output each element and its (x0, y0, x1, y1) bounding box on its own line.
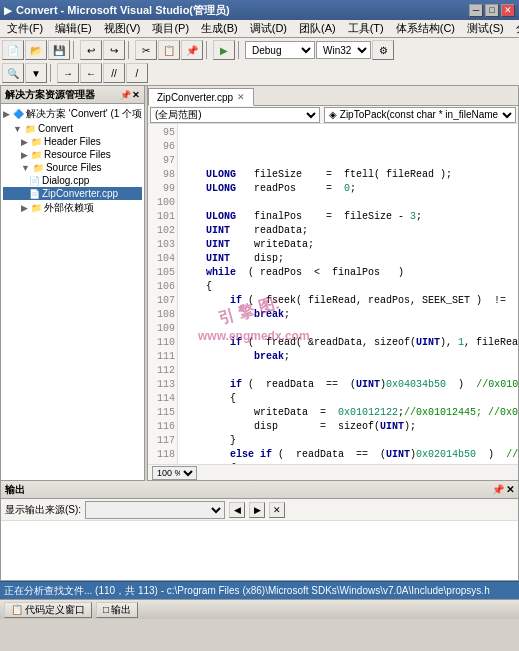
zip-converter-cpp-label: ZipConverter.cpp (42, 188, 118, 199)
dialog-cpp-label: Dialog.cpp (42, 175, 89, 186)
panel-title-buttons: 📌 ✕ (120, 90, 140, 100)
watermark2: www.engmedx.com (198, 329, 310, 343)
minimize-button[interactable]: ─ (469, 4, 483, 17)
tb-uncomment[interactable]: / (126, 63, 148, 83)
header-files-label: Header Files (44, 136, 101, 147)
scope-left-combo[interactable]: (全局范围) (150, 107, 320, 123)
tb-comment[interactable]: // (103, 63, 125, 83)
tb-save[interactable]: 💾 (48, 40, 70, 60)
zoom-combo[interactable]: 100 % (152, 466, 197, 480)
status-bar: 正在分析查找文件... (110，共 113) - c:\Program Fil… (0, 581, 519, 599)
output-content (1, 521, 518, 580)
output-tb-btn2[interactable]: ▶ (249, 502, 265, 518)
output-header-buttons: 📌 ✕ (492, 484, 514, 495)
taskbar-code-def-icon: 📋 (11, 604, 23, 615)
taskbar-output-icon: □ (103, 604, 109, 615)
toolbar-area: 📄 📂 💾 ↩ ↪ ✂ 📋 📌 ▶ Debug Win32 ⚙ 🔍 ▼ → ← … (0, 38, 519, 86)
tb-cut[interactable]: ✂ (135, 40, 157, 60)
taskbar-output-label: 输出 (111, 603, 131, 617)
scope-right-combo[interactable]: ◈ ZipToPack(const char * in_fileName (324, 107, 516, 123)
tb-filter[interactable]: ▼ (25, 63, 47, 83)
solution-explorer-label: 解决方案资源管理器 (5, 88, 95, 102)
menu-arch[interactable]: 体系结构(C) (391, 20, 460, 37)
title-bar-left: ▶ Convert - Microsoft Visual Studio(管理员) (4, 3, 230, 18)
code-zoom: 100 % (148, 464, 518, 480)
tree-project[interactable]: ▼ 📁 Convert (3, 122, 142, 135)
output-close-icon[interactable]: ✕ (506, 484, 514, 495)
menu-project[interactable]: 项目(P) (147, 20, 194, 37)
output-panel: 输出 📌 ✕ 显示输出来源(S): ◀ ▶ ✕ (0, 481, 519, 581)
toolbar-row-2: 🔍 ▼ → ← // / (2, 62, 517, 84)
pin-button[interactable]: 📌 (120, 90, 131, 100)
tb-open[interactable]: 📂 (25, 40, 47, 60)
menu-team[interactable]: 团队(A) (294, 20, 341, 37)
toolbar-row-1: 📄 📂 💾 ↩ ↪ ✂ 📋 📌 ▶ Debug Win32 ⚙ (2, 39, 517, 61)
solution-explorer: 解决方案资源管理器 📌 ✕ ▶ 🔷 解决方案 'Convert' (1 个项目 … (0, 86, 145, 481)
code-editor: (全局范围) ◈ ZipToPack(const char * in_fileN… (148, 106, 518, 480)
tb-sep-4 (238, 41, 242, 59)
close-panel-button[interactable]: ✕ (132, 90, 140, 100)
menu-debug[interactable]: 调试(D) (245, 20, 292, 37)
app-title: Convert - Microsoft Visual Studio(管理员) (16, 3, 230, 18)
output-tb-btn1[interactable]: ◀ (229, 502, 245, 518)
close-button[interactable]: ✕ (501, 4, 515, 17)
output-pin-icon[interactable]: 📌 (492, 484, 504, 495)
menu-build[interactable]: 生成(B) (196, 20, 243, 37)
tree-solution[interactable]: ▶ 🔷 解决方案 'Convert' (1 个项目 (3, 106, 142, 122)
output-source-combo[interactable] (85, 501, 225, 519)
platform-combo[interactable]: Win32 (316, 41, 371, 59)
tb-indent-dec[interactable]: ← (80, 63, 102, 83)
tree-dialog-cpp[interactable]: 📄 Dialog.cpp (3, 174, 142, 187)
menu-test[interactable]: 测试(S) (462, 20, 509, 37)
solution-explorer-title: 解决方案资源管理器 📌 ✕ (1, 86, 144, 104)
debug-combo[interactable]: Debug (245, 41, 315, 59)
tb-sep-3 (206, 41, 210, 59)
editor-area: ZipConverter.cpp ✕ (全局范围) ◈ ZipToPack(co… (147, 86, 519, 481)
menu-tools[interactable]: 工具(T) (343, 20, 389, 37)
taskbar-output[interactable]: □ 输出 (96, 602, 138, 618)
output-tb-btn3[interactable]: ✕ (269, 502, 285, 518)
tb-indent-inc[interactable]: → (57, 63, 79, 83)
title-bar-controls: ─ □ ✕ (469, 4, 515, 17)
maximize-button[interactable]: □ (485, 4, 499, 17)
project-label: Convert (38, 123, 73, 134)
menu-edit[interactable]: 编辑(E) (50, 20, 97, 37)
tree-resource-files[interactable]: ▶ 📁 Resource Files (3, 148, 142, 161)
tree-header-files[interactable]: ▶ 📁 Header Files (3, 135, 142, 148)
tb-redo[interactable]: ↪ (103, 40, 125, 60)
tree-source-files[interactable]: ▼ 📁 Source Files (3, 161, 142, 174)
taskbar: 📋 代码定义窗口 □ 输出 (0, 599, 519, 619)
main-content: 解决方案资源管理器 📌 ✕ ▶ 🔷 解决方案 'Convert' (1 个项目 … (0, 86, 519, 481)
external-deps-label: 外部依赖项 (44, 201, 94, 215)
menu-view[interactable]: 视图(V) (99, 20, 146, 37)
status-text: 正在分析查找文件... (110，共 113) - c:\Program Fil… (4, 584, 515, 598)
output-title: 输出 (5, 483, 25, 497)
output-source-label: 显示输出来源(S): (5, 503, 81, 517)
resource-files-label: Resource Files (44, 149, 111, 160)
tree-zip-converter-cpp[interactable]: 📄 ZipConverter.cpp (3, 187, 142, 200)
tb-new[interactable]: 📄 (2, 40, 24, 60)
code-text[interactable]: 引 擎 图: www.engmedx.com ULONG fileSize = … (178, 124, 518, 464)
menu-analyze[interactable]: 分析(N) (511, 20, 519, 37)
tb-config[interactable]: ⚙ (372, 40, 394, 60)
tab-label: ZipConverter.cpp (157, 92, 233, 103)
tb-find[interactable]: 🔍 (2, 63, 24, 83)
tab-bar: ZipConverter.cpp ✕ (148, 86, 518, 106)
taskbar-code-def[interactable]: 📋 代码定义窗口 (4, 602, 92, 618)
tb-undo[interactable]: ↩ (80, 40, 102, 60)
tab-zip-converter[interactable]: ZipConverter.cpp ✕ (148, 88, 254, 106)
tb-paste[interactable]: 📌 (181, 40, 203, 60)
tb-copy[interactable]: 📋 (158, 40, 180, 60)
tab-close-icon[interactable]: ✕ (237, 92, 245, 102)
output-toolbar: 显示输出来源(S): ◀ ▶ ✕ (1, 499, 518, 521)
output-header: 输出 📌 ✕ (1, 481, 518, 499)
source-files-label: Source Files (46, 162, 102, 173)
tb-sep-2 (128, 41, 132, 59)
menu-bar: 文件(F) 编辑(E) 视图(V) 项目(P) 生成(B) 调试(D) 团队(A… (0, 20, 519, 38)
menu-file[interactable]: 文件(F) (2, 20, 48, 37)
tree-external-deps[interactable]: ▶ 📁 外部依赖项 (3, 200, 142, 216)
tb-run[interactable]: ▶ (213, 40, 235, 60)
solution-label: 解决方案 'Convert' (1 个项目 (26, 107, 142, 121)
code-content[interactable]: 9596979899 100101102103104 1051061071081… (148, 124, 518, 464)
code-toolbar: (全局范围) ◈ ZipToPack(const char * in_fileN… (148, 106, 518, 124)
